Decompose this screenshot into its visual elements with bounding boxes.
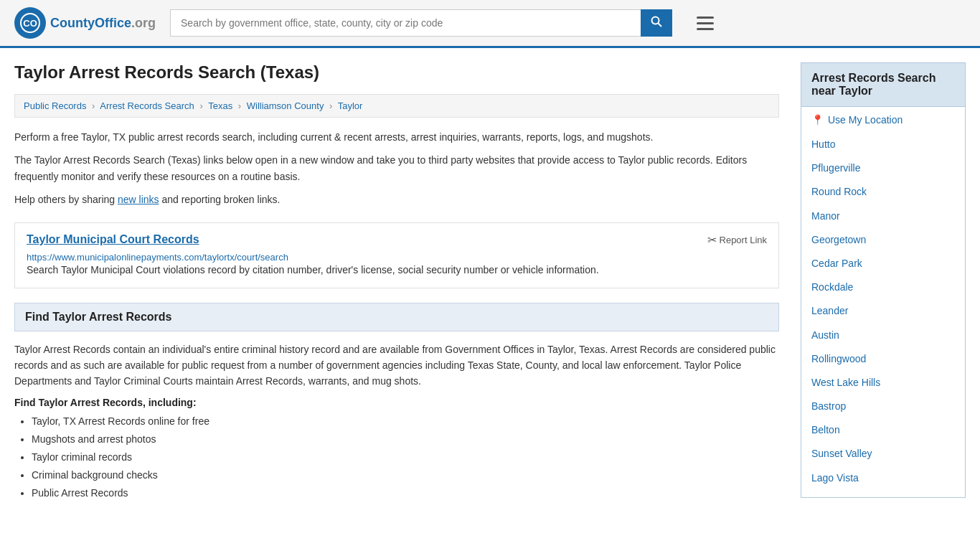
sidebar-link-item: Sunset Valley (811, 442, 955, 466)
list-item: Public Arrest Records (32, 486, 779, 501)
link-card: Taylor Municipal Court Records ✂ Report … (14, 222, 779, 288)
list-item: Criminal background checks (32, 468, 779, 483)
hamburger-menu-button[interactable] (694, 14, 717, 33)
page-title: Taylor Arrest Records Search (Texas) (14, 62, 779, 83)
sidebar-link-item: Rollingwood (811, 347, 955, 371)
logo-text: CountyOffice.org (50, 16, 156, 31)
search-button[interactable] (641, 9, 672, 37)
sidebar-link-item: West Lake Hills (811, 371, 955, 395)
intro-paragraph-1: Perform a free Taylor, TX public arrest … (14, 129, 779, 145)
svg-text:CO: CO (23, 18, 37, 29)
sidebar-link-item: Cedar Park (811, 252, 955, 276)
breadcrumb-williamson-county[interactable]: Williamson County (247, 100, 324, 111)
intro-paragraph-3: Help others by sharing new links and rep… (14, 192, 779, 207)
breadcrumb: Public Records › Arrest Records Search ›… (14, 94, 779, 118)
sidebar-link-item: Manor (811, 204, 955, 228)
list-item: Mugshots and arrest photos (32, 432, 779, 447)
sidebar-link-item: Bastrop (811, 395, 955, 418)
sidebar-link-rollingwood[interactable]: Rollingwood (811, 353, 866, 364)
use-my-location-button[interactable]: 📍 Use My Location (811, 114, 955, 126)
sidebar-link-hutto[interactable]: Hutto (811, 138, 835, 150)
sidebar-link-item: Leander (811, 299, 955, 323)
list-item: Taylor criminal records (32, 450, 779, 465)
sidebar-header: Arrest Records Search near Taylor (801, 62, 966, 107)
section-heading: Find Taylor Arrest Records (25, 311, 768, 324)
sidebar-link-item: Hutto (811, 133, 955, 156)
section-body: Taylor Arrest Records contain an individ… (14, 342, 779, 390)
sidebar-link-item: Lago Vista (811, 466, 955, 490)
report-icon: ✂ (707, 233, 717, 247)
sidebar-link-rockdale[interactable]: Rockdale (811, 281, 853, 293)
sidebar-link-bastrop[interactable]: Bastrop (811, 400, 846, 412)
sidebar-link-item: Belton (811, 418, 955, 442)
sidebar-link-round-rock[interactable]: Round Rock (811, 186, 867, 197)
link-card-title[interactable]: Taylor Municipal Court Records (27, 233, 199, 246)
section-box: Find Taylor Arrest Records (14, 303, 779, 331)
breadcrumb-texas[interactable]: Texas (208, 100, 232, 111)
sidebar-link-item: Georgetown (811, 228, 955, 252)
logo[interactable]: CO CountyOffice.org (14, 7, 156, 39)
breadcrumb-arrest-records-search[interactable]: Arrest Records Search (100, 100, 194, 111)
link-url[interactable]: https://www.municipalonlinepayments.com/… (27, 252, 288, 263)
sidebar-link-west-lake-hills[interactable]: West Lake Hills (811, 377, 880, 388)
intro-paragraph-2: The Taylor Arrest Records Search (Texas)… (14, 152, 779, 184)
sidebar-link-lago-vista[interactable]: Lago Vista (811, 472, 859, 484)
sidebar-link-belton[interactable]: Belton (811, 424, 840, 435)
sidebar-link-sunset-valley[interactable]: Sunset Valley (811, 448, 872, 459)
report-link-button[interactable]: ✂ Report Link (707, 233, 767, 247)
sidebar-link-manor[interactable]: Manor (811, 210, 840, 222)
svg-line-3 (659, 24, 662, 27)
sidebar-link-item: Round Rock (811, 180, 955, 204)
sidebar-link-georgetown[interactable]: Georgetown (811, 234, 866, 245)
sidebar-link-item: Pflugerville (811, 156, 955, 180)
link-description: Search Taylor Municipal Court violations… (27, 263, 767, 278)
sidebar-links-list: Hutto Pflugerville Round Rock Manor Geor… (811, 133, 955, 490)
sidebar-link-austin[interactable]: Austin (811, 329, 839, 341)
section-subtitle: Find Taylor Arrest Records, including: (14, 397, 779, 408)
sidebar-link-item: Austin (811, 324, 955, 347)
section-list: Taylor, TX Arrest Records online for fre… (14, 414, 779, 501)
search-bar (170, 9, 672, 37)
sidebar-body: 📍 Use My Location Hutto Pflugerville Rou… (801, 107, 966, 498)
sidebar: Arrest Records Search near Taylor 📍 Use … (801, 62, 966, 504)
sidebar-link-leander[interactable]: Leander (811, 305, 848, 316)
location-pin-icon: 📍 (811, 114, 824, 126)
svg-point-2 (652, 17, 659, 24)
breadcrumb-taylor[interactable]: Taylor (338, 100, 363, 111)
new-links-link[interactable]: new links (118, 194, 159, 205)
sidebar-link-item: Rockdale (811, 276, 955, 299)
list-item: Taylor, TX Arrest Records online for fre… (32, 414, 779, 429)
search-input[interactable] (170, 9, 641, 37)
breadcrumb-public-records[interactable]: Public Records (24, 100, 86, 111)
logo-icon: CO (14, 7, 46, 39)
sidebar-link-cedar-park[interactable]: Cedar Park (811, 258, 862, 269)
sidebar-link-pflugerville[interactable]: Pflugerville (811, 162, 860, 174)
